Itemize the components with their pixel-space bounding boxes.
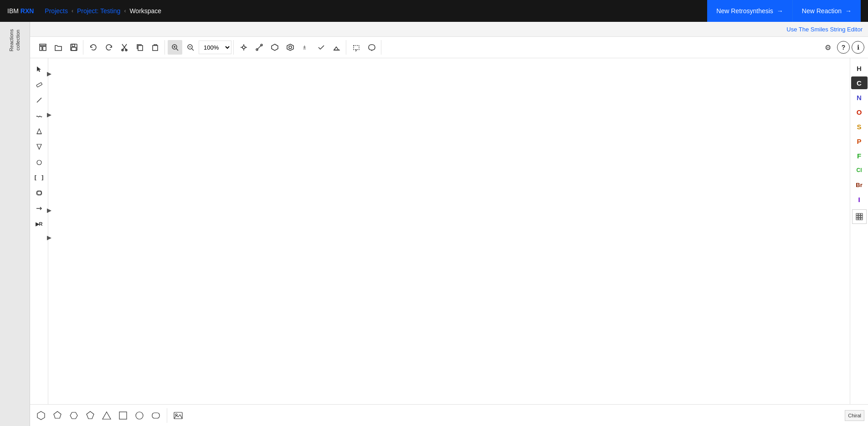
- svg-point-60: [136, 412, 143, 419]
- toolbar-group-zoom: 50% 75% 100% 150% 200%: [166, 40, 234, 55]
- element-Cl-btn[interactable]: Cl: [851, 164, 868, 177]
- top-nav: IBM RXN Projects ‹ Project: Testing ‹ Wo…: [0, 0, 868, 22]
- svg-text:±: ±: [303, 44, 306, 51]
- breadcrumb-projects[interactable]: Projects: [45, 7, 68, 15]
- attachment-tool[interactable]: [32, 186, 46, 200]
- element-I-btn[interactable]: I: [851, 193, 868, 206]
- svg-rect-46: [858, 213, 860, 215]
- drawing-canvas[interactable]: [48, 58, 850, 404]
- insert-image-btn[interactable]: [171, 408, 185, 423]
- bottom-toolbar: Chiral: [30, 404, 868, 426]
- template-btn[interactable]: [36, 40, 50, 55]
- add-atom-btn[interactable]: [236, 40, 251, 55]
- hexagon-btn[interactable]: [34, 408, 48, 423]
- info-icon: ℹ: [857, 44, 859, 51]
- eraser-tool[interactable]: [32, 77, 46, 92]
- element-C-btn[interactable]: C: [851, 76, 868, 89]
- svg-marker-56: [70, 412, 77, 419]
- element-F-btn[interactable]: F: [851, 149, 868, 162]
- new-retrosynthesis-button[interactable]: New Retrosynthesis →: [707, 0, 792, 22]
- svg-rect-62: [174, 412, 182, 419]
- svg-point-41: [37, 160, 41, 165]
- element-N-btn[interactable]: N: [851, 91, 868, 104]
- select-lasso-btn[interactable]: [365, 40, 379, 55]
- svg-line-17: [192, 49, 194, 51]
- check-btn[interactable]: [314, 40, 329, 55]
- ring-tool-btn[interactable]: [267, 40, 282, 55]
- help-btn[interactable]: ?: [837, 41, 850, 54]
- arrow-tool[interactable]: [32, 201, 46, 216]
- svg-rect-47: [861, 213, 863, 215]
- breadcrumb-project-testing[interactable]: Project: Testing: [77, 7, 120, 15]
- redo-btn[interactable]: [102, 40, 116, 55]
- clean-btn[interactable]: [329, 40, 344, 55]
- select-rect-btn[interactable]: [349, 40, 364, 55]
- main-toolbar: 50% 75% 100% 150% 200%: [30, 36, 868, 58]
- new-reaction-arrow-icon: →: [845, 7, 852, 15]
- canvas-container: [ ] ▶R H C N O S: [30, 58, 868, 404]
- toolbar-group-file: [34, 40, 83, 55]
- save-btn[interactable]: [67, 40, 81, 55]
- stereo-down-tool[interactable]: [32, 139, 46, 154]
- info-btn[interactable]: ℹ: [852, 41, 864, 54]
- svg-marker-55: [54, 411, 61, 418]
- smiles-bar: Use The Smiles String Editor: [30, 22, 868, 36]
- open-btn[interactable]: [51, 40, 66, 55]
- undo-btn[interactable]: [86, 40, 101, 55]
- circle-btn[interactable]: [132, 408, 147, 423]
- svg-line-37: [37, 98, 41, 102]
- stereo-up-tool[interactable]: [32, 124, 46, 138]
- right-elements-panel: H C N O S P F Cl Br I: [850, 58, 868, 404]
- zoom-out-select-btn[interactable]: [183, 40, 198, 55]
- triangle-btn[interactable]: [99, 408, 114, 423]
- benzene-btn[interactable]: [283, 40, 298, 55]
- toolbar-icon-group-right: ⚙ ? ℹ: [821, 40, 864, 55]
- pentagon-btn[interactable]: [50, 408, 65, 423]
- bond-tool-btn[interactable]: [252, 40, 267, 55]
- svg-rect-4: [72, 44, 75, 46]
- svg-rect-5: [72, 47, 76, 51]
- bracket-tool[interactable]: [ ]: [32, 170, 46, 185]
- square-btn[interactable]: [116, 408, 130, 423]
- svg-line-13: [176, 49, 178, 51]
- ring-tool[interactable]: [32, 155, 46, 169]
- svg-rect-36: [36, 82, 42, 87]
- svg-rect-52: [858, 218, 860, 220]
- svg-marker-58: [103, 412, 111, 419]
- svg-rect-45: [856, 213, 858, 215]
- zoom-select[interactable]: 50% 75% 100% 150% 200%: [199, 41, 231, 54]
- copy-btn[interactable]: [133, 40, 147, 55]
- chiral-button[interactable]: Chiral: [845, 410, 864, 421]
- element-O-btn[interactable]: O: [851, 106, 868, 118]
- new-reaction-button[interactable]: New Reaction →: [792, 0, 861, 22]
- cut-btn[interactable]: [117, 40, 132, 55]
- zoom-in-select-btn[interactable]: [168, 40, 182, 55]
- left-sidebar: Reactions collection: [0, 22, 30, 426]
- cursor-tool[interactable]: [32, 62, 46, 76]
- periodic-table-btn[interactable]: [852, 209, 867, 224]
- paste-btn[interactable]: [148, 40, 163, 55]
- svg-marker-40: [37, 144, 41, 149]
- diamond-btn[interactable]: [83, 408, 98, 423]
- toolbar-group-atom: ±: [235, 40, 346, 55]
- element-H-btn[interactable]: H: [851, 62, 868, 75]
- line-bond-tool[interactable]: [32, 93, 46, 107]
- element-Br-btn[interactable]: Br: [851, 178, 868, 191]
- rgroup-tool[interactable]: ▶R: [32, 217, 46, 231]
- hexagon-flat-btn[interactable]: [67, 408, 81, 423]
- svg-marker-38: [37, 129, 41, 134]
- wave-tool[interactable]: [32, 108, 46, 123]
- settings-btn[interactable]: ⚙: [821, 40, 835, 55]
- element-S-btn[interactable]: S: [851, 120, 868, 133]
- help-icon: ?: [842, 44, 846, 51]
- svg-rect-1: [40, 46, 42, 51]
- svg-rect-2: [43, 46, 46, 51]
- nav-buttons: New Retrosynthesis → New Reaction →: [707, 0, 861, 22]
- rounded-rect-btn[interactable]: [149, 408, 163, 423]
- breadcrumb-workspace: Workspace: [129, 7, 161, 15]
- charge-btn[interactable]: ±: [298, 40, 313, 55]
- svg-rect-50: [861, 216, 863, 218]
- smiles-editor-link[interactable]: Use The Smiles String Editor: [786, 26, 863, 33]
- element-P-btn[interactable]: P: [851, 135, 868, 147]
- retrosynthesis-arrow-icon: →: [777, 7, 783, 15]
